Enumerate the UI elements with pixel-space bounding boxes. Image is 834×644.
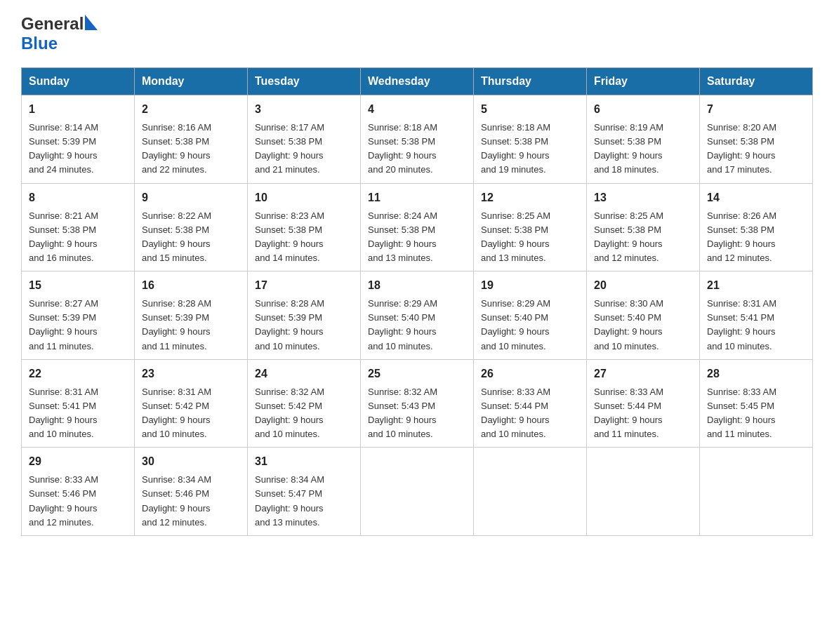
day-info: Sunrise: 8:29 AM Sunset: 5:40 PM Dayligh… xyxy=(481,298,550,351)
calendar-header-row: SundayMondayTuesdayWednesdayThursdayFrid… xyxy=(22,68,813,95)
calendar-cell: 6 Sunrise: 8:19 AM Sunset: 5:38 PM Dayli… xyxy=(587,95,700,184)
day-number: 14 xyxy=(707,189,805,206)
calendar-cell: 31 Sunrise: 8:34 AM Sunset: 5:47 PM Dayl… xyxy=(248,448,361,536)
day-number: 23 xyxy=(142,365,240,382)
calendar-cell: 8 Sunrise: 8:21 AM Sunset: 5:38 PM Dayli… xyxy=(22,183,135,271)
calendar-cell: 19 Sunrise: 8:29 AM Sunset: 5:40 PM Dayl… xyxy=(474,271,587,360)
day-number: 13 xyxy=(594,189,692,206)
calendar-header-friday: Friday xyxy=(587,68,700,95)
calendar-cell xyxy=(361,448,474,536)
calendar-cell: 20 Sunrise: 8:30 AM Sunset: 5:40 PM Dayl… xyxy=(587,271,700,360)
calendar-week-row: 22 Sunrise: 8:31 AM Sunset: 5:41 PM Dayl… xyxy=(22,359,813,448)
calendar-header-tuesday: Tuesday xyxy=(248,68,361,95)
calendar-cell: 21 Sunrise: 8:31 AM Sunset: 5:41 PM Dayl… xyxy=(700,271,813,360)
day-info: Sunrise: 8:34 AM Sunset: 5:46 PM Dayligh… xyxy=(142,474,211,527)
day-info: Sunrise: 8:17 AM Sunset: 5:38 PM Dayligh… xyxy=(255,122,324,175)
svg-marker-0 xyxy=(85,15,98,30)
day-number: 21 xyxy=(707,277,805,294)
calendar-cell: 30 Sunrise: 8:34 AM Sunset: 5:46 PM Dayl… xyxy=(135,448,248,536)
day-number: 25 xyxy=(368,365,466,382)
calendar-week-row: 15 Sunrise: 8:27 AM Sunset: 5:39 PM Dayl… xyxy=(22,271,813,360)
calendar-cell: 7 Sunrise: 8:20 AM Sunset: 5:38 PM Dayli… xyxy=(700,95,813,184)
calendar-header-thursday: Thursday xyxy=(474,68,587,95)
day-info: Sunrise: 8:31 AM Sunset: 5:41 PM Dayligh… xyxy=(707,298,776,351)
calendar-cell: 2 Sunrise: 8:16 AM Sunset: 5:38 PM Dayli… xyxy=(135,95,248,184)
day-number: 22 xyxy=(29,365,127,382)
day-number: 3 xyxy=(255,101,353,118)
day-number: 15 xyxy=(29,277,127,294)
day-info: Sunrise: 8:18 AM Sunset: 5:38 PM Dayligh… xyxy=(368,122,437,175)
page-header: General Blue xyxy=(21,14,813,53)
calendar-cell: 3 Sunrise: 8:17 AM Sunset: 5:38 PM Dayli… xyxy=(248,95,361,184)
calendar-cell: 17 Sunrise: 8:28 AM Sunset: 5:39 PM Dayl… xyxy=(248,271,361,360)
day-number: 20 xyxy=(594,277,692,294)
day-number: 26 xyxy=(481,365,579,382)
day-number: 19 xyxy=(481,277,579,294)
calendar-header-sunday: Sunday xyxy=(22,68,135,95)
logo-general-text: General xyxy=(21,14,84,34)
day-number: 27 xyxy=(594,365,692,382)
day-number: 28 xyxy=(707,365,805,382)
logo: General Blue xyxy=(21,14,98,53)
day-number: 10 xyxy=(255,189,353,206)
day-number: 8 xyxy=(29,189,127,206)
day-info: Sunrise: 8:27 AM Sunset: 5:39 PM Dayligh… xyxy=(29,298,98,351)
day-info: Sunrise: 8:33 AM Sunset: 5:44 PM Dayligh… xyxy=(481,387,550,439)
logo-triangle-icon xyxy=(85,15,98,33)
day-number: 9 xyxy=(142,189,240,206)
calendar-cell: 1 Sunrise: 8:14 AM Sunset: 5:39 PM Dayli… xyxy=(22,95,135,184)
day-number: 24 xyxy=(255,365,353,382)
day-number: 5 xyxy=(481,101,579,118)
calendar-cell: 25 Sunrise: 8:32 AM Sunset: 5:43 PM Dayl… xyxy=(361,359,474,448)
calendar-header-saturday: Saturday xyxy=(700,68,813,95)
calendar-cell xyxy=(474,448,587,536)
day-info: Sunrise: 8:21 AM Sunset: 5:38 PM Dayligh… xyxy=(29,210,98,263)
day-info: Sunrise: 8:26 AM Sunset: 5:38 PM Dayligh… xyxy=(707,210,776,263)
day-number: 12 xyxy=(481,189,579,206)
calendar-cell: 18 Sunrise: 8:29 AM Sunset: 5:40 PM Dayl… xyxy=(361,271,474,360)
day-info: Sunrise: 8:14 AM Sunset: 5:39 PM Dayligh… xyxy=(29,122,98,175)
calendar-header-wednesday: Wednesday xyxy=(361,68,474,95)
day-info: Sunrise: 8:31 AM Sunset: 5:41 PM Dayligh… xyxy=(29,387,98,439)
calendar-week-row: 29 Sunrise: 8:33 AM Sunset: 5:46 PM Dayl… xyxy=(22,448,813,536)
calendar-cell: 15 Sunrise: 8:27 AM Sunset: 5:39 PM Dayl… xyxy=(22,271,135,360)
day-info: Sunrise: 8:18 AM Sunset: 5:38 PM Dayligh… xyxy=(481,122,550,175)
day-number: 7 xyxy=(707,101,805,118)
calendar-cell: 16 Sunrise: 8:28 AM Sunset: 5:39 PM Dayl… xyxy=(135,271,248,360)
day-number: 31 xyxy=(255,453,353,470)
day-number: 16 xyxy=(142,277,240,294)
day-info: Sunrise: 8:34 AM Sunset: 5:47 PM Dayligh… xyxy=(255,474,324,527)
calendar-cell: 11 Sunrise: 8:24 AM Sunset: 5:38 PM Dayl… xyxy=(361,183,474,271)
calendar-cell: 28 Sunrise: 8:33 AM Sunset: 5:45 PM Dayl… xyxy=(700,359,813,448)
day-number: 4 xyxy=(368,101,466,118)
calendar-cell: 23 Sunrise: 8:31 AM Sunset: 5:42 PM Dayl… xyxy=(135,359,248,448)
calendar-cell: 4 Sunrise: 8:18 AM Sunset: 5:38 PM Dayli… xyxy=(361,95,474,184)
calendar-cell: 9 Sunrise: 8:22 AM Sunset: 5:38 PM Dayli… xyxy=(135,183,248,271)
day-info: Sunrise: 8:33 AM Sunset: 5:46 PM Dayligh… xyxy=(29,474,98,527)
calendar-cell: 12 Sunrise: 8:25 AM Sunset: 5:38 PM Dayl… xyxy=(474,183,587,271)
day-info: Sunrise: 8:31 AM Sunset: 5:42 PM Dayligh… xyxy=(142,387,211,439)
logo-blue-text: Blue xyxy=(21,34,58,53)
calendar-cell: 27 Sunrise: 8:33 AM Sunset: 5:44 PM Dayl… xyxy=(587,359,700,448)
calendar-body: 1 Sunrise: 8:14 AM Sunset: 5:39 PM Dayli… xyxy=(22,95,813,536)
day-info: Sunrise: 8:19 AM Sunset: 5:38 PM Dayligh… xyxy=(594,122,663,175)
calendar-cell: 14 Sunrise: 8:26 AM Sunset: 5:38 PM Dayl… xyxy=(700,183,813,271)
day-info: Sunrise: 8:28 AM Sunset: 5:39 PM Dayligh… xyxy=(255,298,324,351)
calendar-cell: 10 Sunrise: 8:23 AM Sunset: 5:38 PM Dayl… xyxy=(248,183,361,271)
day-info: Sunrise: 8:33 AM Sunset: 5:44 PM Dayligh… xyxy=(594,387,663,439)
day-number: 11 xyxy=(368,189,466,206)
calendar-cell: 22 Sunrise: 8:31 AM Sunset: 5:41 PM Dayl… xyxy=(22,359,135,448)
day-number: 29 xyxy=(29,453,127,470)
day-number: 2 xyxy=(142,101,240,118)
day-info: Sunrise: 8:29 AM Sunset: 5:40 PM Dayligh… xyxy=(368,298,437,351)
day-info: Sunrise: 8:32 AM Sunset: 5:42 PM Dayligh… xyxy=(255,387,324,439)
calendar-cell: 5 Sunrise: 8:18 AM Sunset: 5:38 PM Dayli… xyxy=(474,95,587,184)
day-info: Sunrise: 8:23 AM Sunset: 5:38 PM Dayligh… xyxy=(255,210,324,263)
day-info: Sunrise: 8:20 AM Sunset: 5:38 PM Dayligh… xyxy=(707,122,776,175)
day-number: 6 xyxy=(594,101,692,118)
day-info: Sunrise: 8:24 AM Sunset: 5:38 PM Dayligh… xyxy=(368,210,437,263)
calendar-cell xyxy=(587,448,700,536)
day-info: Sunrise: 8:22 AM Sunset: 5:38 PM Dayligh… xyxy=(142,210,211,263)
day-number: 1 xyxy=(29,101,127,118)
day-info: Sunrise: 8:30 AM Sunset: 5:40 PM Dayligh… xyxy=(594,298,663,351)
